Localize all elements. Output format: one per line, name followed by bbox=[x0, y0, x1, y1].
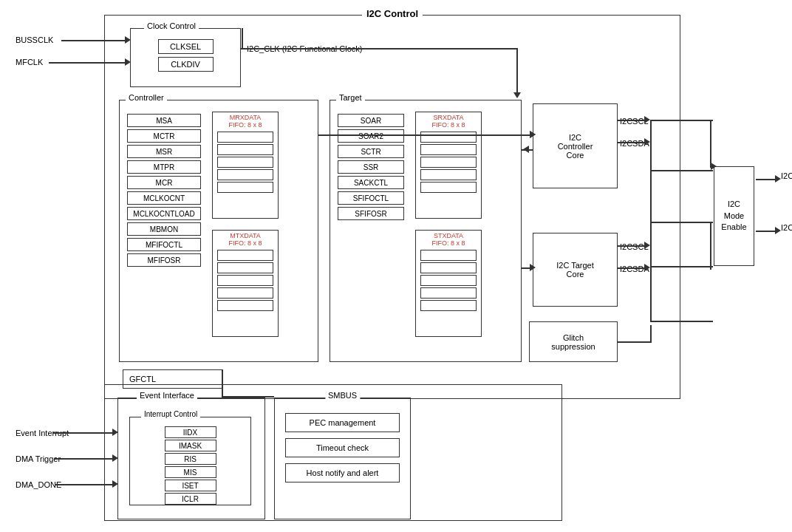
top-connect-h5 bbox=[650, 321, 713, 322]
i2cscl-ctrl-arrow bbox=[618, 120, 647, 121]
srxdata-box: SRXDATA FIFO: 8 x 8 bbox=[415, 112, 482, 219]
glitch-suppression-box: Glitch suppression bbox=[529, 321, 618, 362]
mrxdata-fifo: FIFO: 8 x 8 bbox=[213, 121, 278, 130]
clock-control-title: Clock Control bbox=[144, 21, 199, 30]
i2cscl-right-label: I2CSCL bbox=[781, 171, 792, 180]
smbus-title: SMBUS bbox=[325, 391, 360, 400]
controller-core-box: I2C Controller Core bbox=[533, 103, 618, 188]
srxdata-fifo: FIFO: 8 x 8 bbox=[416, 121, 481, 130]
mrx-row3 bbox=[217, 157, 273, 168]
mfifoctl-reg: MFIFOCTL bbox=[127, 238, 201, 251]
target-title: Target bbox=[336, 93, 365, 102]
i2csda-right-label: I2CSDA bbox=[781, 223, 792, 232]
clk-to-label bbox=[241, 48, 247, 50]
mode-enable-box: I2CModeEnable bbox=[714, 166, 754, 266]
i2csda-tgt-arrow bbox=[618, 267, 647, 269]
sfifoctl-reg: SFIFOCTL bbox=[338, 191, 404, 205]
bussclk-label: BUSSCLK bbox=[16, 35, 53, 44]
iclr-reg: ICLR bbox=[165, 493, 216, 505]
mtxdata-box: MTXDATA FIFO: 8 x 8 bbox=[212, 230, 279, 337]
mrx-row2 bbox=[217, 144, 273, 155]
mfclk-arrow bbox=[49, 62, 128, 64]
stxdata-fifo: FIFO: 8 x 8 bbox=[416, 239, 481, 248]
mbmon-reg: MBMON bbox=[127, 222, 201, 236]
stx-arrowhead bbox=[530, 264, 536, 271]
interrupt-control-title: Interrupt Control bbox=[141, 410, 200, 418]
event-interrupt-line bbox=[52, 432, 115, 434]
mtx-row1 bbox=[217, 250, 273, 261]
dma-trigger-arrowhead bbox=[112, 454, 118, 462]
mclkocntload-reg: MCLKOCNTLOAD bbox=[127, 207, 201, 220]
mtx-row5 bbox=[217, 300, 273, 311]
stxdata-label: STXDATA bbox=[416, 231, 481, 239]
gfctl-vline-down bbox=[222, 369, 223, 398]
smbus-box: SMBUS PEC management Timeout check Host … bbox=[274, 398, 411, 519]
mtpr-reg: MTPR bbox=[127, 160, 201, 174]
clksel-reg: CLKSEL bbox=[158, 39, 214, 54]
mtx-row4 bbox=[217, 287, 273, 299]
iidx-reg: IIDX bbox=[165, 426, 216, 438]
iset-reg: ISET bbox=[165, 480, 216, 491]
target-box: Target SOAR SOAR2 SCTR SSR SACKCTL SFIFO… bbox=[330, 100, 522, 362]
glitch-vline bbox=[650, 325, 652, 343]
glitch-to-bus bbox=[618, 341, 650, 343]
i2c-clk-line bbox=[242, 48, 518, 50]
mrx-row4 bbox=[217, 169, 273, 180]
i2csda-ctrl-arrow bbox=[618, 142, 647, 143]
sackctl-reg: SACKCTL bbox=[338, 176, 404, 189]
gfctl-box: GFCTL bbox=[123, 369, 222, 389]
mcr-reg: MCR bbox=[127, 176, 201, 189]
smbus-host-notify: Host notify and alert bbox=[285, 463, 400, 482]
top-connect-h4 bbox=[650, 266, 713, 267]
mode-arrowhead1 bbox=[711, 163, 717, 170]
clk-vline-down bbox=[242, 28, 243, 48]
top-connect-h2 bbox=[650, 170, 713, 171]
srxdata-label: SRXDATA bbox=[416, 112, 481, 121]
smbus-timeout: Timeout check bbox=[285, 438, 400, 457]
clock-control-box: Clock Control CLKSEL CLKDIV bbox=[130, 28, 241, 87]
big-vline-right bbox=[650, 120, 652, 321]
right-i2cscl-out-arrowhead bbox=[775, 175, 781, 183]
i2c-clk-down-arrowhead bbox=[513, 92, 521, 98]
mfclk-arrowhead bbox=[125, 58, 131, 66]
controller-core-label: I2C Controller Core bbox=[558, 133, 593, 160]
controller-title: Controller bbox=[126, 93, 167, 102]
gfctl-hline bbox=[222, 396, 274, 398]
mtxdata-fifo: FIFO: 8 x 8 bbox=[213, 239, 278, 248]
gfctl-label: GFCTL bbox=[129, 375, 156, 383]
sctr-reg: SCTR bbox=[338, 145, 404, 158]
dma-trigger-label: DMA Trigger bbox=[16, 454, 61, 463]
interrupt-control-box: Interrupt Control IIDX IMASK RIS MIS ISE… bbox=[129, 417, 251, 505]
sfifosr-reg: SFIFOSR bbox=[338, 207, 404, 220]
event-interface-title: Event Interface bbox=[137, 391, 197, 400]
target-core-box: I2C Target Core bbox=[533, 233, 618, 307]
mtxdata-label: MTXDATA bbox=[213, 231, 278, 239]
mrxdata-label: MRXDATA bbox=[213, 112, 278, 121]
bussclk-arrow bbox=[61, 40, 128, 41]
main-title: I2C Control bbox=[362, 8, 423, 19]
msr-reg: MSR bbox=[127, 145, 201, 158]
smbus-pec: PEC management bbox=[285, 413, 400, 432]
mrx-row5 bbox=[217, 182, 273, 193]
i2csda-ctrl-arrowhead bbox=[644, 138, 650, 146]
right-v2 bbox=[710, 222, 711, 270]
mrx-row1 bbox=[217, 132, 273, 143]
dma-done-arrowhead bbox=[112, 480, 118, 488]
mis-reg: MIS bbox=[165, 466, 216, 478]
mfclk-label: MFCLK bbox=[16, 58, 43, 66]
i2cscl-ctrl-arrowhead bbox=[644, 116, 650, 123]
mtx-row3 bbox=[217, 275, 273, 286]
tgt-to-srx-arrowhead bbox=[523, 146, 529, 153]
imask-reg: IMASK bbox=[165, 440, 216, 451]
mode-enable-label: I2CModeEnable bbox=[721, 199, 746, 233]
ssr-reg: SSR bbox=[338, 160, 404, 174]
msa-reg: MSA bbox=[127, 114, 201, 127]
i2cscl-tgt-arrow bbox=[618, 245, 647, 247]
dma-trigger-line bbox=[55, 458, 115, 460]
right-i2csda-out-arrowhead bbox=[775, 227, 781, 234]
dma-done-line bbox=[55, 484, 115, 485]
top-connect-h1 bbox=[650, 120, 713, 121]
mctr-reg: MCTR bbox=[127, 129, 201, 143]
right-v1 bbox=[710, 120, 711, 166]
mrx-arrowhead-ctrl bbox=[530, 131, 536, 138]
